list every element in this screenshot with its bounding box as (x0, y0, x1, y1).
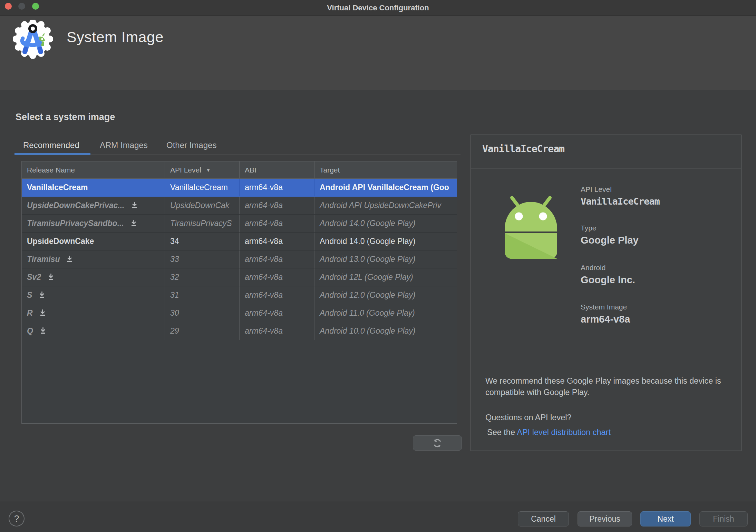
download-icon[interactable] (47, 273, 55, 280)
download-icon[interactable] (130, 219, 137, 227)
column-header-target[interactable]: Target (314, 161, 457, 178)
table-row[interactable]: TiramisuPrivacySandbo... TiramisuPrivacy… (22, 215, 457, 233)
table-row[interactable]: UpsideDownCakePrivac... UpsideDownCak ar… (22, 197, 457, 215)
spec-api-level: API Level VanillaIceCream (581, 185, 660, 207)
content-area: Select a system image Recommended ARM Im… (0, 90, 756, 502)
target-cell: Android 11.0 (Google Play) (314, 304, 457, 322)
android-studio-logo-icon (13, 20, 53, 59)
tab-recommended[interactable]: Recommended (23, 137, 79, 155)
spec-type: Type Google Play (581, 224, 639, 246)
type-value: Google Play (581, 235, 639, 246)
sort-desc-icon: ▼ (206, 162, 211, 178)
api-level-cell: 31 (165, 286, 240, 304)
target-cell: Android 12L (Google Play) (314, 268, 457, 286)
abi-cell: arm64-v8a (240, 250, 314, 268)
target-cell: Android 10.0 (Google Play) (314, 322, 457, 340)
api-level-value: VanillaIceCream (581, 196, 660, 207)
table-header-row: Release Name API Level▼ ABI Target (22, 161, 457, 179)
refresh-button[interactable] (413, 435, 462, 451)
target-cell: Android API VanillaIceCream (Goo (314, 179, 457, 196)
api-level-label: API Level (581, 185, 660, 194)
api-level-cell: 29 (165, 322, 240, 340)
image-tabs: Recommended ARM Images Other Images (16, 137, 461, 155)
api-level-cell: 34 (165, 233, 240, 250)
spec-system-image: System Image arm64-v8a (581, 303, 630, 325)
system-image-label: System Image (581, 303, 630, 311)
window-title: Virtual Device Configuration (0, 0, 756, 16)
abi-cell: arm64-v8a (240, 322, 314, 340)
abi-cell: arm64-v8a (240, 197, 314, 214)
titlebar: Virtual Device Configuration (0, 0, 756, 16)
api-question-text: Questions on API level? (485, 413, 572, 422)
spec-vendor: Android Google Inc. (581, 264, 635, 286)
api-level-cell: TiramisuPrivacyS (165, 215, 240, 232)
page-title: System Image (67, 29, 164, 46)
target-cell: Android 13.0 (Google Play) (314, 250, 457, 268)
active-tab-underline (14, 153, 90, 155)
wizard-header: System Image (0, 16, 756, 90)
abi-cell: arm64-v8a (240, 286, 314, 304)
column-header-release-name[interactable]: Release Name (22, 161, 165, 178)
abi-cell: arm64-v8a (240, 304, 314, 322)
api-level-cell: 33 (165, 250, 240, 268)
api-distribution-chart-link[interactable]: API level distribution chart (517, 428, 611, 437)
release-name-cell: UpsideDownCake (22, 233, 165, 250)
panel-divider (471, 168, 741, 168)
virtual-device-configuration-window: Virtual Device Configuration (0, 0, 756, 532)
download-icon[interactable] (39, 327, 47, 334)
abi-cell: arm64-v8a (240, 268, 314, 286)
android-robot-icon (501, 194, 561, 259)
target-cell: Android 14.0 (Google Play) (314, 233, 457, 250)
download-icon[interactable] (39, 309, 46, 316)
help-button[interactable]: ? (9, 511, 25, 526)
release-name-cell: Sv2 (22, 268, 165, 286)
abi-cell: arm64-v8a (240, 233, 314, 250)
footer-bar: ? Cancel Previous Next Finish (0, 502, 756, 532)
abi-cell: arm64-v8a (240, 179, 314, 196)
table-row[interactable]: UpsideDownCake 34 arm64-v8a Android 14.0… (22, 233, 457, 250)
vendor-value: Google Inc. (581, 274, 635, 286)
table-row[interactable]: Tiramisu 33 arm64-v8a Android 13.0 (Goog… (22, 250, 457, 268)
api-level-cell: 32 (165, 268, 240, 286)
table-row[interactable]: R 30 arm64-v8a Android 11.0 (Google Play… (22, 304, 457, 322)
system-image-value: arm64-v8a (581, 314, 630, 325)
table-row[interactable]: Q 29 arm64-v8a Android 10.0 (Google Play… (22, 322, 457, 340)
vendor-label: Android (581, 264, 635, 272)
system-image-details-panel: VanillaIceCream API Level VanillaIceCrea… (471, 135, 742, 451)
target-cell: Android 14.0 (Google Play) (314, 215, 457, 232)
next-button[interactable]: Next (640, 511, 691, 526)
target-cell: Android API UpsideDownCakePriv (314, 197, 457, 214)
release-name-cell: VanillaIceCream (22, 179, 165, 196)
table-row[interactable]: VanillaIceCream VanillaIceCream arm64-v8… (22, 179, 457, 197)
table-body: VanillaIceCream VanillaIceCream arm64-v8… (22, 179, 457, 340)
api-level-cell: 30 (165, 304, 240, 322)
release-name-cell: Q (22, 322, 165, 340)
type-label: Type (581, 224, 639, 232)
cancel-button[interactable]: Cancel (518, 511, 569, 526)
release-name-cell: R (22, 304, 165, 322)
see-the-text: See the API level distribution chart (487, 428, 611, 437)
api-level-cell: UpsideDownCak (165, 197, 240, 214)
finish-button: Finish (699, 511, 748, 526)
release-name-cell: Tiramisu (22, 250, 165, 268)
download-icon[interactable] (38, 291, 46, 298)
release-name-cell: TiramisuPrivacySandbo... (22, 215, 165, 232)
recommendation-note: We recommend these Google Play images be… (485, 375, 727, 398)
release-name-cell: S (22, 286, 165, 304)
system-image-table: Release Name API Level▼ ABI Target Vanil… (21, 161, 457, 424)
target-cell: Android 12.0 (Google Play) (314, 286, 457, 304)
abi-cell: arm64-v8a (240, 215, 314, 232)
previous-button[interactable]: Previous (578, 511, 632, 526)
download-icon[interactable] (131, 201, 138, 209)
refresh-icon (432, 439, 443, 448)
download-icon[interactable] (66, 255, 73, 263)
release-name-cell: UpsideDownCakePrivac... (22, 197, 165, 214)
column-header-abi[interactable]: ABI (240, 161, 314, 178)
tab-other-images[interactable]: Other Images (166, 137, 216, 155)
api-level-cell: VanillaIceCream (165, 179, 240, 196)
column-header-api-level[interactable]: API Level▼ (165, 161, 240, 178)
table-row[interactable]: Sv2 32 arm64-v8a Android 12L (Google Pla… (22, 268, 457, 286)
table-row[interactable]: S 31 arm64-v8a Android 12.0 (Google Play… (22, 286, 457, 304)
section-heading: Select a system image (16, 112, 115, 122)
tab-arm-images[interactable]: ARM Images (100, 137, 148, 155)
